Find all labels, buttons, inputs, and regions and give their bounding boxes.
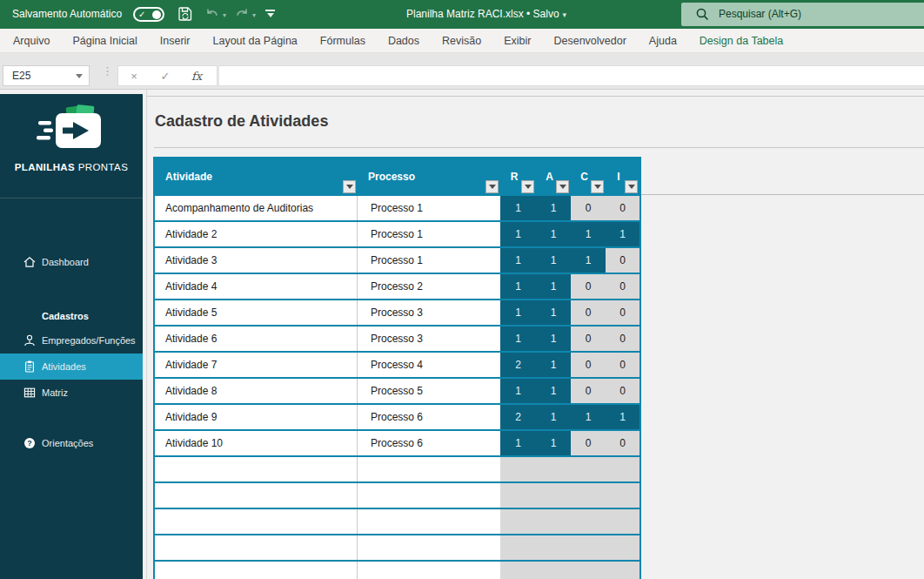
a-count-cell[interactable]: 1 (536, 196, 571, 220)
activity-cell[interactable]: Atividade 5 (155, 300, 358, 325)
process-cell[interactable]: Processo 1 (358, 196, 500, 220)
a-count-cell[interactable]: 1 (536, 274, 571, 299)
i-count-cell[interactable]: 0 (606, 379, 639, 403)
a-count-cell[interactable]: 1 (536, 353, 571, 377)
process-cell[interactable]: Processo 1 (358, 222, 500, 246)
c-count-cell[interactable]: 0 (571, 327, 606, 351)
cancel-icon[interactable]: × (118, 70, 150, 83)
tab-ajuda[interactable]: Ajuda (638, 29, 688, 53)
process-cell[interactable] (358, 457, 500, 481)
r-count-cell[interactable]: 2 (500, 405, 536, 429)
i-count-cell[interactable]: 0 (606, 196, 639, 220)
i-count-cell[interactable]: 0 (606, 327, 639, 351)
a-count-cell[interactable]: 1 (536, 379, 571, 403)
activity-cell[interactable]: Atividade 9 (155, 405, 358, 429)
activity-cell[interactable]: Atividade 8 (155, 379, 358, 403)
filter-button-processo[interactable] (485, 180, 499, 193)
filter-button-atividade[interactable] (343, 180, 356, 193)
r-count-cell[interactable]: 2 (500, 353, 536, 377)
process-cell[interactable]: Processo 6 (358, 431, 500, 455)
tab-dados[interactable]: Dados (377, 29, 431, 53)
a-count-cell[interactable]: 1 (536, 405, 571, 429)
r-count-cell[interactable]: 1 (500, 248, 536, 273)
name-box-caret-icon[interactable] (76, 74, 83, 78)
formula-input[interactable] (219, 65, 924, 86)
tab-formulas[interactable]: Fórmulas (309, 29, 377, 53)
c-count-cell[interactable]: 0 (571, 274, 606, 299)
c-count-cell[interactable]: 0 (571, 300, 606, 325)
c-count-cell[interactable]: 0 (571, 353, 606, 377)
tab-design-da-tabela[interactable]: Design da Tabela (688, 29, 794, 53)
raci-empty-cells[interactable] (500, 562, 639, 579)
activity-cell[interactable] (155, 457, 358, 481)
activity-cell[interactable] (155, 562, 358, 579)
process-cell[interactable]: Processo 2 (358, 274, 500, 299)
raci-empty-cells[interactable] (500, 509, 639, 534)
c-count-cell[interactable]: 1 (571, 222, 606, 246)
process-cell[interactable] (358, 535, 500, 560)
raci-empty-cells[interactable] (500, 483, 639, 508)
undo-icon[interactable] (204, 5, 221, 23)
r-count-cell[interactable]: 1 (500, 274, 536, 299)
process-cell[interactable]: Processo 5 (358, 379, 500, 403)
a-count-cell[interactable]: 1 (536, 222, 571, 246)
tab-inserir[interactable]: Inserir (149, 29, 202, 53)
i-count-cell[interactable]: 0 (606, 274, 639, 299)
r-count-cell[interactable]: 1 (500, 196, 536, 220)
filter-button-a[interactable] (556, 180, 569, 193)
process-cell[interactable]: Processo 1 (358, 248, 500, 273)
save-icon[interactable] (177, 5, 194, 23)
c-count-cell[interactable]: 0 (571, 379, 606, 403)
insert-function-icon[interactable]: fx (181, 70, 212, 83)
tab-pagina-inicial[interactable]: Página Inicial (61, 29, 148, 53)
i-count-cell[interactable]: 0 (606, 248, 639, 273)
sidebar-item-orientacoes[interactable]: ? Orientações (0, 430, 143, 456)
sidebar-item-empregados-funcoes[interactable]: Empregados/Funções (0, 327, 143, 353)
enter-icon[interactable]: ✓ (150, 70, 181, 83)
customize-qat-icon[interactable] (265, 10, 275, 17)
c-count-cell[interactable]: 0 (571, 431, 606, 455)
activity-cell[interactable]: Atividade 6 (155, 327, 358, 351)
activity-cell[interactable]: Atividade 4 (155, 274, 358, 299)
a-count-cell[interactable]: 1 (536, 431, 571, 455)
activity-cell[interactable]: Atividade 10 (155, 431, 358, 455)
filter-button-i[interactable] (625, 180, 638, 193)
sidebar-item-atividades[interactable]: Atividades (0, 353, 143, 380)
activity-cell[interactable]: Acompanhamento de Auditorias (155, 196, 358, 220)
c-count-cell[interactable]: 0 (571, 196, 606, 220)
process-cell[interactable]: Processo 3 (358, 300, 500, 325)
tab-exibir[interactable]: Exibir (492, 29, 542, 53)
document-title[interactable]: Planilha Matriz RACI.xlsx • Salvo▾ (406, 0, 566, 29)
autosave-toggle[interactable]: ✓ (133, 7, 164, 22)
sidebar-item-dashboard[interactable]: Dashboard (0, 249, 143, 275)
filter-button-r[interactable] (521, 180, 534, 193)
activity-cell[interactable] (155, 509, 358, 534)
raci-empty-cells[interactable] (500, 457, 639, 481)
undo-caret-icon[interactable]: ▾ (223, 11, 226, 19)
r-count-cell[interactable]: 1 (500, 300, 536, 325)
a-count-cell[interactable]: 1 (536, 327, 571, 351)
search-input[interactable]: Pesquisar (Alt+G) (681, 3, 924, 26)
i-count-cell[interactable]: 0 (606, 431, 639, 455)
activity-cell[interactable]: Atividade 3 (155, 248, 358, 273)
raci-empty-cells[interactable] (500, 535, 639, 560)
tab-layout-da-pagina[interactable]: Layout da Página (201, 29, 308, 53)
activity-cell[interactable]: Atividade 2 (155, 222, 358, 246)
process-cell[interactable]: Processo 6 (358, 405, 500, 429)
r-count-cell[interactable]: 1 (500, 327, 536, 351)
tab-desenvolvedor[interactable]: Desenvolvedor (542, 29, 637, 53)
sidebar-item-matriz[interactable]: Matriz (0, 380, 143, 406)
a-count-cell[interactable]: 1 (536, 248, 571, 273)
activity-cell[interactable] (155, 535, 358, 560)
i-count-cell[interactable]: 1 (606, 405, 639, 429)
r-count-cell[interactable]: 1 (500, 222, 536, 246)
activity-cell[interactable]: Atividade 7 (155, 353, 358, 377)
activity-cell[interactable] (155, 483, 358, 508)
process-cell[interactable] (358, 509, 500, 534)
name-box[interactable]: E25 (3, 65, 90, 86)
i-count-cell[interactable]: 1 (606, 222, 639, 246)
c-count-cell[interactable]: 1 (571, 248, 606, 273)
process-cell[interactable]: Processo 4 (358, 353, 500, 377)
tab-arquivo[interactable]: Arquivo (2, 29, 61, 53)
redo-icon[interactable] (233, 5, 251, 23)
